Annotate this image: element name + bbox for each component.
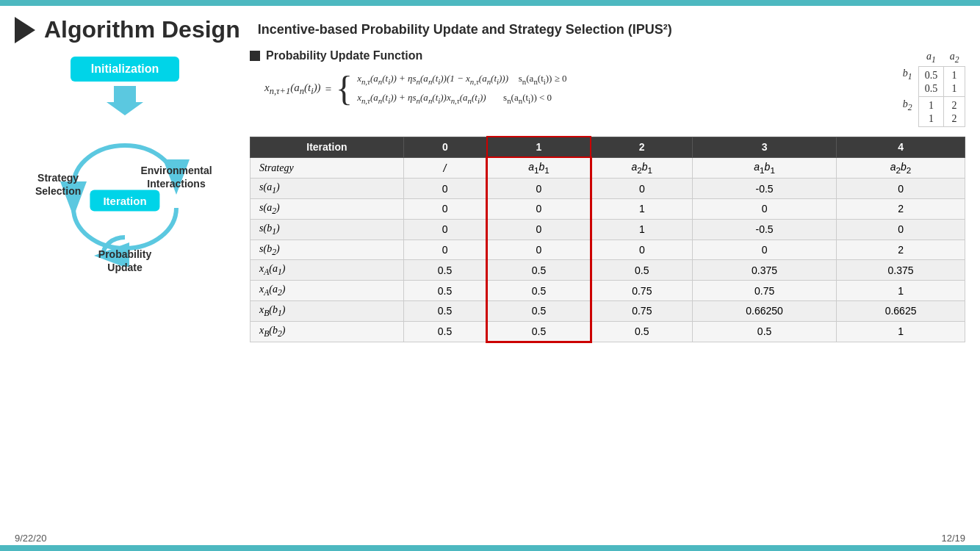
cell-xaa1-2: 0.5	[591, 260, 692, 281]
cell-xaa2-0: 0.5	[403, 281, 487, 301]
formula-equals: =	[325, 83, 331, 96]
label-xbb1: xB(b1)	[251, 300, 404, 321]
col-header-0: 0	[403, 137, 487, 157]
label-sb2: s(b2)	[251, 240, 404, 260]
formula-case1: xn,τ(an(ti)) + ηsn(an(ti))(1 − xn,τ(an(t…	[357, 73, 566, 86]
cell-sb1-3: -0.5	[693, 219, 837, 240]
matrix-cell-b1a2-bot: 1	[944, 83, 965, 97]
cell-sa2-2: 1	[591, 198, 692, 219]
formula-cases: xn,τ(an(ti)) + ηsn(an(ti))(1 − xn,τ(an(t…	[357, 73, 566, 104]
label-sa1: s(a1)	[251, 179, 404, 199]
table-row-xbb1: xB(b1) 0.5 0.5 0.75 0.66250 0.6625	[251, 300, 965, 321]
left-panel: Initialization	[15, 49, 235, 343]
cycle-diagram: StrategySelection EnvironmentalInteracti…	[29, 127, 220, 274]
main-content: Initialization	[0, 49, 980, 343]
formula-lhs: xn,τ+1(an(ti))	[264, 82, 321, 97]
cell-strategy-1: a1b1	[487, 157, 591, 178]
cell-sb1-1: 0	[487, 219, 591, 240]
svg-marker-0	[107, 86, 143, 115]
cell-strategy-4: a2b2	[837, 157, 965, 178]
col-header-iteration: Iteration	[251, 137, 404, 157]
init-box: Initialization	[71, 57, 179, 82]
title-triangle-icon	[15, 17, 35, 43]
matrix-col-a2: a2	[944, 49, 965, 66]
matrix-cell-b1a1-top: 0.5	[918, 66, 944, 83]
cell-sa1-4: 0	[837, 179, 965, 199]
label-xbb2: xB(b2)	[251, 321, 404, 342]
cell-xbb2-0: 0.5	[403, 321, 487, 342]
cell-strategy-3: a1b1	[693, 157, 837, 178]
formula-case2: xn,τ(an(ti)) + ηsn(an(ti))xn,τ(an(ti)) s…	[357, 92, 566, 105]
down-arrow-icon	[107, 86, 143, 115]
prob-update-label: ProbabilityUpdate	[98, 248, 151, 274]
label-strategy-row: Strategy	[251, 157, 404, 178]
label-sa2: s(a2)	[251, 198, 404, 219]
matrix-cell-b2a2-bot: 2	[944, 113, 965, 127]
cell-xbb1-2: 0.75	[591, 300, 692, 321]
cell-xbb1-4: 0.6625	[837, 300, 965, 321]
cell-xbb1-1: 0.5	[487, 300, 591, 321]
cell-sb2-2: 0	[591, 240, 692, 260]
cell-xaa2-4: 1	[837, 281, 965, 301]
prob-update-section: Probability Update Function xn,τ+1(an(ti…	[250, 49, 965, 127]
header-bar	[0, 0, 980, 6]
page-title: Algorithm Design	[44, 16, 240, 43]
footer-left: 9/22/20	[15, 533, 46, 544]
table-row-sb1: s(b1) 0 0 1 -0.5 0	[251, 219, 965, 240]
prob-formula-area: Probability Update Function xn,τ+1(an(ti…	[250, 49, 882, 107]
col-header-4: 4	[837, 137, 965, 157]
cell-xaa2-3: 0.75	[693, 281, 837, 301]
prob-update-title: Probability Update Function	[266, 49, 422, 62]
matrix-cell-b2a1-bot: 1	[918, 113, 944, 127]
title-area: Algorithm Design Incentive-based Probabi…	[0, 6, 980, 49]
table-row-xaa2: xA(a2) 0.5 0.5 0.75 0.75 1	[251, 281, 965, 301]
table-row-sa2: s(a2) 0 0 1 0 2	[251, 198, 965, 219]
cell-xaa1-3: 0.375	[693, 260, 837, 281]
iter-box: Iteration	[90, 190, 159, 212]
label-sb1: s(b1)	[251, 219, 404, 240]
cell-xbb2-3: 0.5	[693, 321, 837, 342]
matrix-cell-b1a1-bot: 0.5	[918, 83, 944, 97]
cell-sa2-3: 0	[693, 198, 837, 219]
cell-xaa1-0: 0.5	[403, 260, 487, 281]
data-table: Iteration 0 1 2 3 4 Strategy / a1b1 a2b1	[250, 136, 965, 342]
cell-sb1-4: 0	[837, 219, 965, 240]
env-interactions-label: EnvironmentalInteractions	[132, 164, 220, 190]
col-header-2: 2	[591, 137, 692, 157]
matrix-cell-b2a2-top: 2	[944, 97, 965, 114]
cell-sb1-2: 1	[591, 219, 692, 240]
right-panel: Probability Update Function xn,τ+1(an(ti…	[250, 49, 965, 343]
cell-xaa2-2: 0.75	[591, 281, 692, 301]
formula-box: xn,τ+1(an(ti)) = { xn,τ(an(ti)) + ηsn(an…	[250, 68, 882, 107]
col-header-1: 1	[487, 137, 591, 157]
cell-sb1-0: 0	[403, 219, 487, 240]
cell-sb2-0: 0	[403, 240, 487, 260]
matrix-col-a1: a1	[918, 49, 944, 66]
data-table-wrapper: Iteration 0 1 2 3 4 Strategy / a1b1 a2b1	[250, 136, 965, 342]
cell-sb2-4: 2	[837, 240, 965, 260]
cell-sb2-3: 0	[693, 240, 837, 260]
table-row-sa1: s(a1) 0 0 0 -0.5 0	[251, 179, 965, 199]
cell-xbb2-4: 1	[837, 321, 965, 342]
label-xaa1: xA(a1)	[251, 260, 404, 281]
matrix-cell-b2a1-top: 1	[918, 97, 944, 114]
cell-sa2-4: 2	[837, 198, 965, 219]
matrix-area: a1 a2 b1 0.5 1 0.5 1 b2 1	[897, 49, 965, 127]
table-row-xbb2: xB(b2) 0.5 0.5 0.5 0.5 1	[251, 321, 965, 342]
cell-xbb2-2: 0.5	[591, 321, 692, 342]
col-header-3: 3	[693, 137, 837, 157]
matrix-row-b2: b2	[897, 97, 918, 114]
table-header-row: Iteration 0 1 2 3 4	[251, 137, 965, 157]
cell-xaa2-1: 0.5	[487, 281, 591, 301]
cell-sa1-2: 0	[591, 179, 692, 199]
strategy-selection-label: StrategySelection	[35, 171, 81, 198]
cell-xbb2-1: 0.5	[487, 321, 591, 342]
label-xaa2: xA(a2)	[251, 281, 404, 301]
cell-sa2-1: 0	[487, 198, 591, 219]
matrix-table: a1 a2 b1 0.5 1 0.5 1 b2 1	[897, 49, 965, 127]
cell-sa1-0: 0	[403, 179, 487, 199]
cell-sb2-1: 0	[487, 240, 591, 260]
matrix-row-b1: b1	[897, 66, 918, 83]
brace-icon: {	[336, 71, 353, 107]
cell-sa1-1: 0	[487, 179, 591, 199]
